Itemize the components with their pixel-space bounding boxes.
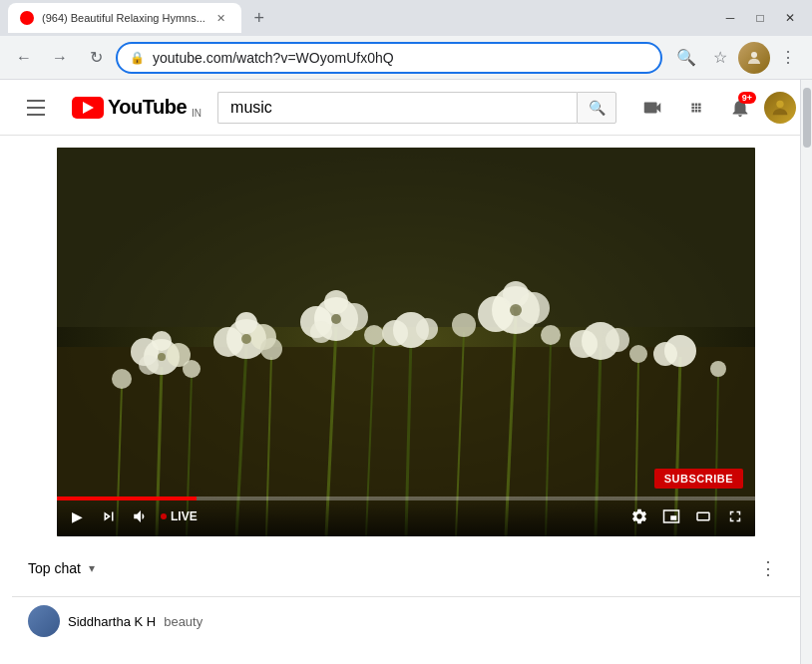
lock-icon: 🔒 xyxy=(130,51,145,65)
window-controls: ─ □ ✕ xyxy=(716,4,804,32)
chat-header-left: Top chat ▾ xyxy=(28,560,95,576)
notifications-button[interactable]: 9+ xyxy=(720,88,760,128)
svg-point-0 xyxy=(751,52,757,58)
settings-button[interactable] xyxy=(627,504,651,528)
next-button[interactable] xyxy=(97,504,121,528)
video-controls-right xyxy=(627,504,747,528)
user-avatar[interactable] xyxy=(764,92,796,124)
svg-point-40 xyxy=(503,281,529,307)
minimize-button[interactable]: ─ xyxy=(716,4,744,32)
svg-point-23 xyxy=(152,331,172,351)
chat-message-text: beauty xyxy=(164,614,203,629)
svg-point-46 xyxy=(112,369,132,389)
youtube-logo-icon xyxy=(72,97,104,119)
svg-point-42 xyxy=(570,330,598,358)
profile-avatar-nav[interactable] xyxy=(738,42,770,74)
search-input[interactable] xyxy=(217,92,577,124)
svg-point-48 xyxy=(260,338,282,360)
hamburger-icon xyxy=(27,100,45,116)
video-background xyxy=(57,148,755,536)
svg-point-53 xyxy=(710,361,726,377)
forward-button[interactable]: → xyxy=(44,42,76,74)
search-button[interactable]: 🔍 xyxy=(577,92,616,124)
scrollbar[interactable] xyxy=(800,136,812,664)
svg-point-56 xyxy=(331,314,341,324)
page-content: YouTube IN 🔍 9+ xyxy=(0,80,812,664)
search-bar: 🔍 xyxy=(217,92,616,124)
youtube-logo[interactable]: YouTube IN xyxy=(72,96,202,119)
svg-point-51 xyxy=(541,325,561,345)
video-controls: ▶ LIVE xyxy=(57,497,755,536)
address-bar[interactable]: 🔒 youtube.com/watch?v=WOyomUfx0hQ xyxy=(116,42,662,74)
header-right: 9+ xyxy=(632,88,796,128)
navigation-bar: ← → ↻ 🔒 youtube.com/watch?v=WOyomUfx0hQ … xyxy=(0,36,812,80)
scrollbar-thumb[interactable] xyxy=(803,136,811,148)
video-thumbnail-svg xyxy=(57,148,755,536)
chat-divider xyxy=(12,596,800,597)
svg-point-57 xyxy=(510,304,522,316)
svg-point-55 xyxy=(241,334,251,344)
mute-button[interactable] xyxy=(129,504,153,528)
bookmark-button[interactable]: ☆ xyxy=(704,42,736,74)
play-button[interactable]: ▶ xyxy=(65,504,89,528)
svg-point-43 xyxy=(606,328,629,352)
theater-button[interactable] xyxy=(691,504,715,528)
browser-tab[interactable]: (964) Beautiful Relaxing Hymns... ✕ xyxy=(8,3,241,33)
chat-message: Siddhartha K H beauty xyxy=(28,601,784,641)
chat-title: Top chat xyxy=(28,560,81,576)
youtube-country-badge: IN xyxy=(192,108,202,119)
miniplayer-button[interactable] xyxy=(659,504,683,528)
tab-title: (964) Beautiful Relaxing Hymns... xyxy=(42,12,205,24)
svg-point-33 xyxy=(310,321,332,343)
content-area: SUBSCRIBE ▶ xyxy=(0,136,812,664)
youtube-header: YouTube IN 🔍 9+ xyxy=(0,80,812,136)
nav-right-buttons: 🔍 ☆ ⋮ xyxy=(670,42,804,74)
svg-point-47 xyxy=(183,360,201,378)
chat-dropdown-icon[interactable]: ▾ xyxy=(89,561,95,575)
back-button[interactable]: ← xyxy=(8,42,40,74)
svg-point-1 xyxy=(776,100,783,107)
svg-point-54 xyxy=(158,353,166,361)
title-bar: (964) Beautiful Relaxing Hymns... ✕ + ─ … xyxy=(0,0,812,36)
svg-point-49 xyxy=(364,325,384,345)
fullscreen-button[interactable] xyxy=(723,504,747,528)
live-label: LIVE xyxy=(161,509,198,523)
svg-point-35 xyxy=(382,320,408,346)
reload-button[interactable]: ↻ xyxy=(80,42,112,74)
live-dot xyxy=(161,513,167,519)
video-player[interactable]: SUBSCRIBE ▶ xyxy=(57,148,755,536)
svg-point-50 xyxy=(452,313,476,337)
new-tab-button[interactable]: + xyxy=(245,4,273,32)
upload-button[interactable] xyxy=(632,88,672,128)
svg-point-24 xyxy=(139,355,159,375)
chat-username: Siddhartha K H xyxy=(68,614,156,629)
url-text: youtube.com/watch?v=WOyomUfx0hQ xyxy=(153,50,648,66)
svg-point-45 xyxy=(653,342,677,366)
chat-header: Top chat ▾ ⋮ xyxy=(28,544,784,592)
close-button[interactable]: ✕ xyxy=(776,4,804,32)
notification-badge: 9+ xyxy=(738,92,756,104)
menu-button[interactable] xyxy=(16,88,56,128)
chat-more-button[interactable]: ⋮ xyxy=(752,552,784,584)
svg-point-26 xyxy=(213,327,243,357)
subscribe-overlay[interactable]: SUBSCRIBE xyxy=(654,469,743,489)
youtube-logo-text: YouTube xyxy=(108,96,187,119)
youtube-play-triangle xyxy=(83,102,94,114)
zoom-button[interactable]: 🔍 xyxy=(670,42,702,74)
tab-favicon xyxy=(20,11,34,25)
svg-point-52 xyxy=(629,345,647,363)
chat-user-avatar xyxy=(28,605,60,637)
svg-rect-3 xyxy=(57,148,755,327)
svg-point-32 xyxy=(324,290,348,314)
svg-point-28 xyxy=(235,312,257,334)
tab-close-button[interactable]: ✕ xyxy=(213,10,229,26)
apps-button[interactable] xyxy=(676,88,716,128)
restore-button[interactable]: □ xyxy=(746,4,774,32)
svg-point-36 xyxy=(416,318,438,340)
more-options-button[interactable]: ⋮ xyxy=(772,42,804,74)
chat-section: Top chat ▾ ⋮ Siddhartha K H beauty xyxy=(12,536,800,641)
main-area: SUBSCRIBE ▶ xyxy=(0,136,812,664)
